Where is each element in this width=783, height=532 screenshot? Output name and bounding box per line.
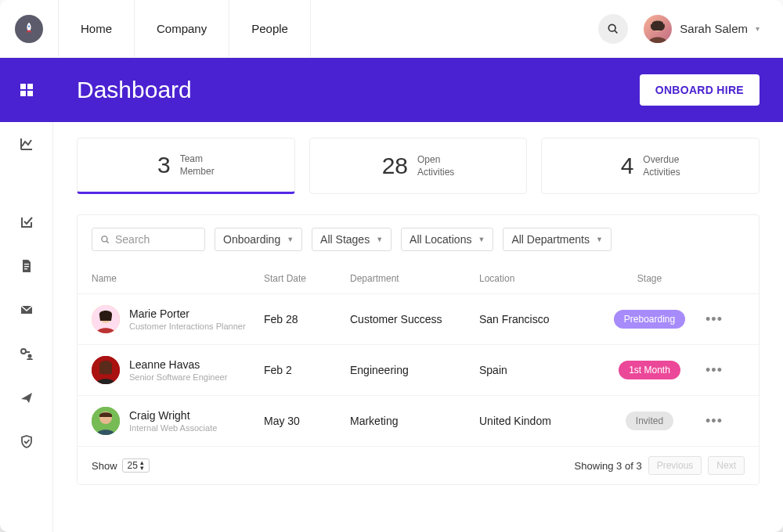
stat-label: OverdueActivities (643, 153, 680, 178)
sidebar-item-mail[interactable] (0, 288, 53, 332)
chart-icon (20, 137, 34, 151)
app-window: Home Company People Sarah Salem ▾ (0, 0, 783, 532)
col-department: Department (350, 273, 479, 284)
table-row[interactable]: Leanne HavasSenior Software EngineerFeb … (78, 344, 759, 395)
stat-overdue-activities[interactable]: 4 OverdueActivities (541, 138, 760, 194)
hire-name: Marie Porter (129, 307, 246, 320)
chevron-down-icon: ▾ (756, 24, 760, 33)
svg-rect-8 (24, 264, 29, 264)
stage-badge: 1st Month (619, 361, 680, 379)
document-icon (20, 259, 34, 273)
cell-start-date: May 30 (264, 415, 350, 427)
sidebar-item-security[interactable] (0, 419, 53, 463)
search-placeholder: Search (115, 233, 150, 246)
mail-icon (20, 303, 34, 317)
key-user-icon (20, 347, 34, 361)
filter-departments[interactable]: All Departments▼ (503, 228, 612, 251)
stat-open-activities[interactable]: 28 OpenActivities (309, 138, 528, 194)
hires-panel: Search Onboarding▼ All Stages▼ All Locat… (77, 214, 760, 485)
svg-rect-9 (24, 266, 29, 267)
stage-badge: Invited (626, 412, 673, 430)
sidebar-item-analytics[interactable] (0, 122, 53, 166)
cell-department: Engineering (350, 364, 479, 376)
table-body: Marie PorterCustomer Interactions Planne… (78, 293, 759, 446)
svg-point-15 (102, 235, 107, 241)
body: Dashboard ONBOARD HIRE 3 TeamMember 28 O… (0, 58, 783, 532)
filter-locations[interactable]: All Locations▼ (401, 228, 493, 251)
shield-icon (20, 434, 34, 448)
page-size-select[interactable]: 25▴▾ (122, 458, 150, 473)
stat-value: 28 (382, 153, 408, 179)
svg-rect-10 (24, 268, 27, 269)
svg-rect-5 (27, 84, 33, 89)
top-nav: Home Company People (58, 0, 311, 57)
cell-start-date: Feb 28 (264, 313, 350, 325)
filters-row: Search Onboarding▼ All Stages▼ All Locat… (78, 215, 759, 264)
filter-stages[interactable]: All Stages▼ (312, 228, 392, 251)
cell-start-date: Feb 2 (264, 364, 350, 376)
stat-team-members[interactable]: 3 TeamMember (77, 138, 295, 194)
chevron-down-icon: ▼ (596, 235, 603, 243)
avatar (92, 305, 120, 333)
grid-icon (20, 83, 34, 97)
top-bar: Home Company People Sarah Salem ▾ (0, 0, 783, 58)
onboard-hire-button[interactable]: ONBOARD HIRE (640, 74, 760, 106)
sidebar (0, 58, 53, 532)
svg-rect-7 (27, 91, 33, 96)
stat-value: 4 (621, 153, 634, 179)
nav-home[interactable]: Home (58, 0, 135, 57)
filter-status[interactable]: Onboarding▼ (215, 228, 302, 251)
chevron-down-icon: ▼ (376, 235, 383, 243)
logo[interactable] (0, 15, 58, 43)
cell-location: Spain (479, 364, 604, 376)
nav-company[interactable]: Company (135, 0, 229, 57)
svg-rect-4 (20, 84, 26, 89)
table-row[interactable]: Craig WrightInternal Web AssociateMay 30… (78, 395, 759, 446)
cell-location: San Francisco (479, 313, 604, 325)
table-footer: Show 25▴▾ Showing 3 of 3 Previous Next (78, 446, 759, 484)
search-button[interactable] (598, 14, 628, 44)
hire-role: Customer Interactions Planner (129, 322, 246, 331)
avatar (92, 407, 120, 435)
table-header: Name Start Date Department Location Stag… (78, 264, 759, 293)
showing-text: Showing 3 of 3 (575, 460, 642, 472)
col-start-date: Start Date (264, 273, 350, 284)
cell-department: Customer Success (350, 313, 479, 325)
search-icon (607, 23, 619, 35)
svg-point-0 (28, 25, 30, 27)
svg-line-2 (615, 31, 617, 33)
col-stage: Stage (604, 273, 695, 284)
rocket-icon (15, 15, 43, 43)
table-row[interactable]: Marie PorterCustomer Interactions Planne… (78, 293, 759, 344)
col-location: Location (479, 273, 604, 284)
cell-department: Marketing (350, 415, 479, 427)
user-menu[interactable]: Sarah Salem ▾ (644, 15, 760, 43)
next-button[interactable]: Next (708, 456, 745, 475)
top-bar-right: Sarah Salem ▾ (598, 14, 783, 44)
row-actions-button[interactable]: ••• (695, 311, 734, 328)
sidebar-item-documents[interactable] (0, 244, 53, 288)
sidebar-item-access[interactable] (0, 332, 53, 376)
col-name: Name (92, 273, 264, 284)
stat-label: TeamMember (180, 153, 215, 178)
sidebar-item-travel[interactable] (0, 376, 53, 419)
content: Dashboard ONBOARD HIRE 3 TeamMember 28 O… (53, 58, 783, 532)
sidebar-item-dashboard[interactable] (0, 58, 53, 122)
search-input[interactable]: Search (92, 228, 205, 251)
hire-role: Internal Web Associate (129, 423, 217, 433)
avatar (92, 356, 120, 384)
nav-people[interactable]: People (229, 0, 311, 57)
show-label: Show (92, 460, 117, 472)
prev-button[interactable]: Previous (648, 456, 702, 475)
page-title: Dashboard (77, 77, 192, 103)
check-icon (20, 215, 34, 229)
stat-label: OpenActivities (417, 153, 454, 178)
row-actions-button[interactable]: ••• (695, 362, 734, 379)
sidebar-item-tasks[interactable] (0, 200, 53, 244)
chevron-down-icon: ▼ (287, 235, 294, 243)
cell-location: United Kindom (479, 415, 604, 427)
page-banner: Dashboard ONBOARD HIRE (53, 58, 783, 122)
stat-value: 3 (157, 152, 171, 178)
row-actions-button[interactable]: ••• (695, 413, 734, 430)
hire-name: Leanne Havas (129, 358, 227, 371)
